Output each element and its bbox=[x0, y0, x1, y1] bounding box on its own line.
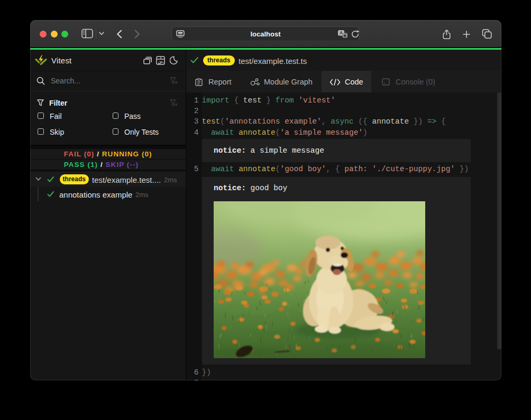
svg-text:★: ★ bbox=[343, 33, 347, 38]
svg-text:A: A bbox=[340, 30, 343, 35]
